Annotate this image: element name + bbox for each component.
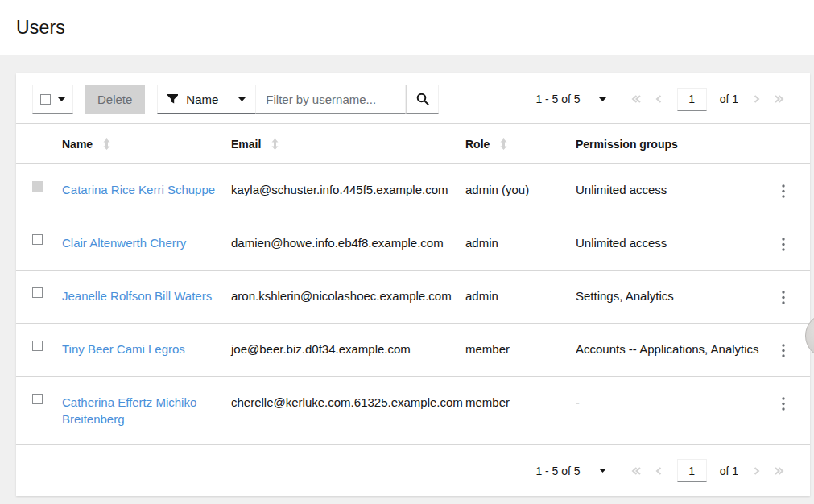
ellipsis-vertical-icon bbox=[782, 184, 785, 198]
row-checkbox[interactable] bbox=[32, 341, 43, 351]
sort-icon bbox=[103, 138, 110, 150]
ellipsis-vertical-icon bbox=[782, 344, 785, 357]
angle-left-icon bbox=[655, 466, 663, 476]
chevron-down-icon bbox=[238, 97, 246, 101]
user-role: member bbox=[465, 394, 576, 411]
table-row: Jeanelle Rolfson Bill Waters aron.kshler… bbox=[16, 271, 810, 324]
angle-double-right-icon bbox=[774, 466, 784, 476]
pagination-range-label: 1 - 5 of 5 bbox=[535, 465, 580, 477]
angle-double-right-icon bbox=[774, 94, 784, 104]
chevron-down-icon bbox=[599, 97, 606, 101]
row-checkbox[interactable] bbox=[32, 234, 43, 245]
user-email: cherelle@kerluke.com.61325.example.com bbox=[231, 394, 465, 411]
user-email: kayla@schuster.info.445f5.example.com bbox=[231, 181, 465, 199]
table-row: Catherina Effertz Michiko Breitenberg ch… bbox=[16, 377, 810, 445]
ellipsis-vertical-icon bbox=[782, 397, 785, 411]
current-page-input[interactable] bbox=[677, 88, 707, 111]
ellipsis-vertical-icon bbox=[782, 238, 785, 251]
user-name-link[interactable]: Catherina Effertz Michiko Breitenberg bbox=[62, 394, 231, 428]
row-kebab-menu-button[interactable] bbox=[777, 289, 790, 306]
row-checkbox[interactable] bbox=[32, 287, 43, 298]
page-of-label: of 1 bbox=[720, 93, 738, 105]
app-viewport: Users Delete Name bbox=[0, 0, 814, 504]
prev-page-button[interactable] bbox=[654, 93, 664, 105]
search-icon bbox=[416, 93, 429, 105]
table-footer: 1 - 5 of 5 bbox=[16, 445, 810, 496]
user-permission-groups: Unlimited access bbox=[576, 181, 773, 199]
table-row: Tiny Beer Cami Legros joe@beer.biz.d0f34… bbox=[16, 324, 810, 377]
first-page-button[interactable] bbox=[630, 465, 643, 477]
angle-right-icon bbox=[753, 94, 760, 104]
last-page-button[interactable] bbox=[772, 465, 786, 477]
table-row: Clair Altenwerth Cherry damien@howe.info… bbox=[16, 217, 810, 271]
per-page-menu-toggle[interactable]: 1 - 5 of 5 bbox=[535, 465, 605, 477]
filter-attribute-label: Name bbox=[186, 93, 218, 106]
user-name-link[interactable]: Tiny Beer Cami Legros bbox=[62, 341, 196, 357]
user-email: aron.kshlerin@nicolashoec.example.com bbox=[231, 287, 465, 305]
row-kebab-menu-button[interactable] bbox=[777, 395, 790, 412]
column-header-name[interactable]: Name bbox=[62, 124, 231, 163]
angle-left-icon bbox=[655, 94, 663, 104]
column-header-role[interactable]: Role bbox=[465, 124, 576, 163]
filter-attribute-dropdown[interactable]: Name bbox=[157, 85, 256, 114]
row-kebab-menu-button[interactable] bbox=[777, 236, 790, 253]
filter-icon bbox=[167, 94, 178, 104]
user-email: joe@beer.biz.d0f34.example.com bbox=[231, 341, 465, 358]
per-page-menu-toggle[interactable]: 1 - 5 of 5 bbox=[535, 93, 605, 105]
angle-double-left-icon bbox=[631, 94, 642, 104]
next-page-button[interactable] bbox=[751, 93, 762, 105]
pagination-nav: of 1 bbox=[630, 459, 786, 482]
user-name-link[interactable]: Catarina Rice Kerri Schuppe bbox=[62, 181, 226, 198]
user-name-link[interactable]: Clair Altenwerth Cherry bbox=[62, 234, 197, 251]
pagination-range-label: 1 - 5 of 5 bbox=[535, 93, 580, 105]
first-page-button[interactable] bbox=[630, 93, 643, 105]
users-table-card: Delete Name bbox=[16, 73, 810, 496]
user-permission-groups: - bbox=[576, 394, 773, 411]
pagination-bottom: 1 - 5 of 5 bbox=[535, 459, 786, 482]
user-permission-groups: Settings, Analytics bbox=[576, 287, 773, 305]
ellipsis-vertical-icon bbox=[782, 291, 785, 304]
pagination-top: 1 - 5 of 5 bbox=[535, 88, 786, 111]
user-name-link[interactable]: Jeanelle Rolfson Bill Waters bbox=[62, 287, 223, 304]
column-header-email[interactable]: Email bbox=[231, 124, 465, 163]
last-page-button[interactable] bbox=[772, 93, 786, 105]
user-role: admin bbox=[465, 234, 576, 252]
user-role: admin bbox=[465, 287, 576, 305]
column-header-permission-groups: Permission groups bbox=[576, 124, 773, 163]
search-button[interactable] bbox=[406, 85, 439, 114]
search-control bbox=[256, 85, 439, 114]
row-kebab-menu-button[interactable] bbox=[777, 342, 790, 359]
table-toolbar: Delete Name bbox=[16, 73, 810, 124]
sort-icon bbox=[271, 138, 279, 150]
table-header-row: Name Email Role Permission groups bbox=[16, 124, 810, 164]
chevron-down-icon bbox=[599, 469, 606, 473]
prev-page-button[interactable] bbox=[654, 465, 664, 477]
row-checkbox[interactable] bbox=[32, 394, 43, 404]
user-email: damien@howe.info.eb4f8.example.com bbox=[231, 234, 465, 252]
user-role: admin (you) bbox=[465, 181, 576, 199]
page-title: Users bbox=[16, 17, 65, 39]
chevron-down-icon bbox=[58, 97, 65, 101]
table-row: Catarina Rice Kerri Schuppe kayla@schust… bbox=[16, 164, 810, 217]
row-kebab-menu-button[interactable] bbox=[777, 183, 790, 200]
sort-icon bbox=[500, 138, 507, 150]
user-permission-groups: Unlimited access bbox=[576, 234, 773, 252]
row-checkbox bbox=[32, 181, 43, 192]
delete-button[interactable]: Delete bbox=[85, 85, 145, 114]
current-page-input[interactable] bbox=[677, 459, 707, 482]
angle-right-icon bbox=[753, 466, 760, 476]
search-input[interactable] bbox=[256, 85, 406, 114]
pagination-nav: of 1 bbox=[630, 88, 786, 111]
user-role: member bbox=[465, 341, 576, 358]
filter-group: Name bbox=[157, 85, 439, 114]
user-permission-groups: Accounts -- Applications, Analytics bbox=[576, 341, 773, 358]
page-header: Users bbox=[0, 0, 814, 55]
angle-double-left-icon bbox=[631, 466, 642, 476]
bulk-select-dropdown[interactable] bbox=[32, 85, 73, 114]
next-page-button[interactable] bbox=[751, 465, 762, 477]
page-of-label: of 1 bbox=[720, 465, 738, 477]
bulk-select-checkbox[interactable] bbox=[40, 94, 51, 105]
